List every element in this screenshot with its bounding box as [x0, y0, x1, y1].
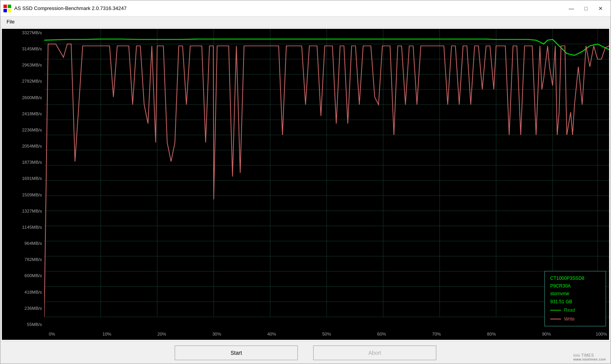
svg-rect-3 — [8, 9, 11, 12]
y-axis: 3327MB/s 3145MB/s 2963MB/s 2782MB/s 2600… — [2, 29, 44, 328]
main-window: AS SSD Compression-Benchmark 2.0.7316.34… — [0, 0, 611, 364]
svg-rect-1 — [8, 5, 11, 8]
legend-write-line — [550, 319, 561, 319]
y-label-9: 1691MB/s — [2, 176, 44, 181]
title-bar: AS SSD Compression-Benchmark 2.0.7316.34… — [0, 0, 611, 17]
abort-button[interactable]: Abort — [313, 346, 436, 360]
chart-plot-area — [44, 29, 609, 328]
legend-device-line4: 931.51 GB — [550, 298, 600, 306]
y-label-0: 3327MB/s — [2, 30, 44, 35]
y-label-10: 1509MB/s — [2, 193, 44, 197]
maximize-button[interactable]: □ — [579, 3, 593, 14]
x-label-10: 100% — [594, 332, 609, 336]
x-label-0: 0% — [44, 332, 60, 336]
y-label-14: 782MB/s — [2, 257, 44, 262]
title-buttons: — □ ✕ — [564, 3, 608, 14]
menu-bar: File — [0, 17, 611, 27]
y-label-1: 3145MB/s — [2, 47, 44, 51]
y-label-12: 1145MB/s — [2, 225, 44, 229]
watermark: ioio TIMES www.ioiotimes.com — [573, 353, 606, 361]
legend-device-line2: P9CR30A — [550, 282, 600, 290]
y-label-2: 2963MB/s — [2, 63, 44, 67]
close-button[interactable]: ✕ — [594, 3, 608, 14]
y-label-4: 2600MB/s — [2, 95, 44, 100]
svg-rect-2 — [3, 9, 7, 12]
legend-device-line3: stornvme — [550, 290, 600, 298]
legend-read-entry: Read — [550, 306, 600, 314]
y-label-5: 2418MB/s — [2, 111, 44, 116]
chart-svg — [44, 29, 609, 328]
legend-read-line — [550, 310, 561, 311]
start-button[interactable]: Start — [175, 346, 298, 360]
x-label-8: 80% — [484, 332, 499, 336]
y-label-6: 2236MB/s — [2, 128, 44, 132]
legend-write-label: Write — [564, 315, 575, 323]
minimize-button[interactable]: — — [564, 3, 578, 14]
x-axis: 0% 10% 20% 30% 40% 50% 60% 70% 80% 90% 1… — [44, 328, 609, 340]
legend-device-line1: CT1000P3SSD8 — [550, 274, 600, 282]
x-label-2: 20% — [154, 332, 170, 336]
y-label-13: 964MB/s — [2, 241, 44, 246]
x-label-3: 30% — [209, 332, 224, 336]
x-label-9: 90% — [539, 332, 554, 336]
y-label-18: 55MB/s — [2, 322, 44, 327]
y-label-8: 1873MB/s — [2, 160, 44, 165]
watermark-line1: ioio TIMES — [573, 353, 606, 357]
y-label-16: 418MB/s — [2, 290, 44, 294]
watermark-line2: www.ioiotimes.com — [573, 357, 606, 361]
chart-area: 3327MB/s 3145MB/s 2963MB/s 2782MB/s 2600… — [2, 29, 609, 340]
app-icon — [3, 5, 11, 12]
y-label-11: 1327MB/s — [2, 209, 44, 213]
legend-write-entry: Write — [550, 315, 600, 323]
x-label-1: 10% — [99, 332, 115, 336]
window-title: AS SSD Compression-Benchmark 2.0.7316.34… — [14, 5, 127, 11]
x-label-6: 60% — [374, 332, 389, 336]
bottom-bar: Start Abort ioio TIMES www.ioiotimes.com — [0, 341, 611, 364]
svg-rect-0 — [3, 5, 7, 8]
x-label-4: 40% — [264, 332, 279, 336]
menu-file[interactable]: File — [3, 18, 18, 25]
x-label-7: 70% — [429, 332, 444, 336]
y-label-7: 2054MB/s — [2, 144, 44, 148]
y-label-3: 2782MB/s — [2, 79, 44, 83]
legend-box: CT1000P3SSD8 P9CR30A stornvme 931.51 GB … — [544, 271, 606, 326]
x-label-5: 50% — [319, 332, 334, 336]
y-label-17: 236MB/s — [2, 306, 44, 311]
legend-read-label: Read — [564, 306, 575, 314]
y-label-15: 600MB/s — [2, 273, 44, 278]
